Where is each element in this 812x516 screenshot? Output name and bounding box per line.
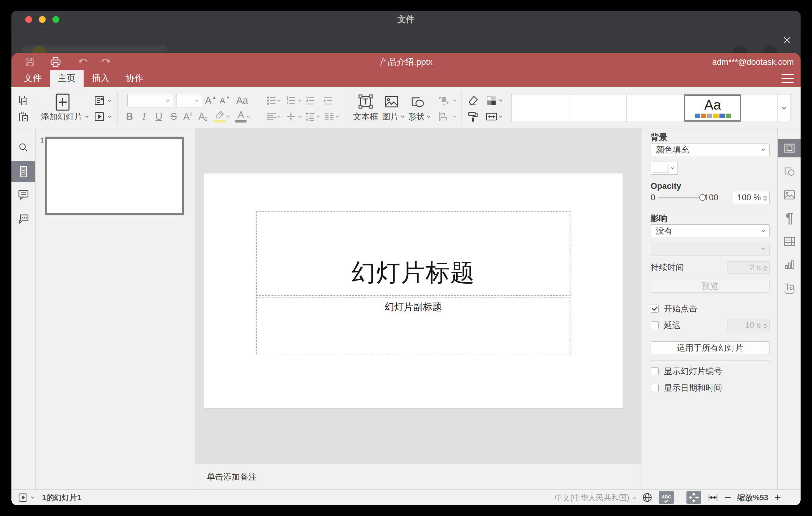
arrange-objects-menu[interactable] (454, 100, 456, 101)
slider-thumb-icon[interactable] (699, 194, 706, 201)
minimize-traffic-light[interactable] (39, 16, 46, 23)
clear-style-button[interactable] (467, 95, 479, 107)
horizontal-align-menu[interactable] (277, 116, 280, 117)
highlight-color-button[interactable] (214, 110, 225, 120)
numbered-list-menu[interactable] (298, 100, 301, 101)
paragraph-settings-button[interactable]: ¶ (778, 209, 801, 227)
insert-shape-button[interactable] (410, 94, 425, 109)
start-slideshow-button[interactable] (93, 111, 111, 122)
bullet-list-button[interactable] (266, 95, 277, 106)
insert-textbox-button[interactable] (357, 93, 374, 110)
redo-button[interactable] (98, 55, 113, 69)
sidebar-slides-button[interactable] (11, 161, 35, 182)
delay-checkbox[interactable] (651, 321, 659, 329)
columns-menu[interactable] (336, 116, 339, 117)
sidebar-search-button[interactable] (11, 138, 35, 157)
highlight-color-menu[interactable] (227, 116, 229, 117)
vertical-align-button[interactable] (285, 111, 296, 122)
slide-canvas[interactable]: 幻灯片标题 幻灯片副标题 (195, 128, 641, 464)
arrange-objects-button[interactable] (438, 95, 449, 106)
numbered-list-button[interactable]: 123 (285, 95, 296, 106)
paste-button[interactable] (18, 111, 29, 122)
sidebar-comments-button[interactable] (11, 185, 35, 204)
align-objects-menu[interactable] (454, 116, 456, 117)
print-button[interactable] (48, 55, 63, 69)
image-label[interactable]: 图片 (382, 111, 404, 122)
add-slide-label[interactable]: 添加幻灯片 (41, 111, 88, 122)
font-size-select[interactable] (176, 94, 202, 107)
transition-effect-select[interactable]: 没有 (651, 224, 770, 237)
show-slide-number-checkbox[interactable] (651, 367, 659, 375)
textart-settings-button[interactable]: Ta (778, 278, 801, 297)
font-color-menu[interactable] (247, 116, 250, 117)
chevron-down-icon[interactable] (31, 495, 34, 498)
textbox-label[interactable]: 文本框 (353, 111, 378, 122)
vertical-align-menu[interactable] (298, 116, 301, 117)
apply-to-all-button[interactable]: 适用于所有幻灯片 (651, 341, 770, 354)
bold-button[interactable]: B (126, 111, 133, 122)
start-on-click-checkbox[interactable] (651, 305, 659, 313)
opacity-value-spinner[interactable]: 100 % (732, 191, 770, 204)
zoom-in-button[interactable]: + (774, 492, 781, 503)
copy-button[interactable] (18, 95, 29, 106)
language-selector[interactable]: 中文(中华人民共和国) (555, 492, 636, 503)
decrease-indent-button[interactable] (304, 95, 316, 106)
slide-size-menu[interactable] (499, 116, 502, 117)
slide-thumbnail[interactable] (45, 137, 184, 215)
start-slideshow-status-button[interactable] (19, 493, 27, 502)
spinner-arrows[interactable] (764, 195, 766, 200)
bullet-list-menu[interactable] (277, 100, 280, 101)
tab-file[interactable]: 文件 (16, 70, 50, 87)
sidebar-chat-button[interactable] (11, 209, 35, 228)
background-fill-select[interactable]: 颜色填充 (651, 143, 770, 156)
shape-settings-button[interactable] (778, 162, 801, 180)
spellcheck-button[interactable]: ABC (659, 491, 674, 504)
zoom-out-button[interactable]: − (725, 492, 731, 503)
horizontal-align-button[interactable] (266, 111, 277, 122)
change-case-button[interactable]: Aa (236, 95, 248, 106)
color-scheme-menu[interactable] (499, 100, 502, 101)
slide-editing-area[interactable]: 幻灯片标题 幻灯片副标题 (204, 173, 622, 408)
image-settings-button[interactable] (778, 185, 801, 204)
chart-settings-button[interactable] (778, 256, 801, 274)
theme-option[interactable] (627, 94, 684, 122)
align-objects-button[interactable] (438, 111, 449, 122)
slide-settings-button[interactable] (778, 139, 801, 157)
subtitle-placeholder[interactable]: 幻灯片副标题 (256, 297, 571, 354)
save-button[interactable] (23, 55, 37, 69)
theme-gallery-expand-button[interactable] (778, 94, 790, 122)
opacity-slider[interactable] (658, 197, 702, 198)
decrease-font-button[interactable]: A▼ (220, 96, 230, 106)
theme-option-selected[interactable]: Aa (684, 94, 741, 122)
fit-to-width-button[interactable] (707, 492, 719, 503)
close-editor-button[interactable] (781, 34, 793, 46)
close-traffic-light[interactable] (25, 16, 32, 23)
menu-button[interactable] (781, 74, 794, 83)
table-settings-button[interactable] (778, 232, 801, 251)
fit-to-slide-button[interactable] (687, 491, 701, 504)
font-color-button[interactable]: A (238, 110, 244, 121)
strikethrough-button[interactable]: S (171, 111, 177, 122)
font-name-select[interactable] (127, 94, 173, 107)
insert-image-button[interactable] (384, 94, 399, 109)
theme-option[interactable] (741, 94, 778, 122)
underline-button[interactable]: U (155, 111, 162, 122)
notes-area[interactable]: 单击添加备注 (195, 464, 641, 489)
shape-label[interactable]: 形状 (408, 111, 430, 122)
set-language-button[interactable] (642, 492, 653, 503)
subscript-button[interactable]: A2 (198, 111, 208, 122)
add-slide-button[interactable] (55, 93, 71, 112)
undo-button[interactable] (76, 55, 91, 69)
increase-indent-button[interactable] (322, 95, 334, 106)
tab-collaboration[interactable]: 协作 (118, 70, 151, 87)
slide-layout-button[interactable] (93, 95, 111, 107)
columns-button[interactable] (324, 111, 335, 122)
title-placeholder[interactable]: 幻灯片标题 (256, 211, 571, 296)
maximize-traffic-light[interactable] (53, 16, 59, 23)
show-date-time-checkbox[interactable] (651, 384, 659, 392)
color-scheme-button[interactable] (486, 95, 497, 107)
slide-size-button[interactable] (485, 111, 498, 122)
copy-style-button[interactable] (467, 111, 479, 122)
increase-font-button[interactable]: A▲ (205, 95, 216, 106)
line-spacing-menu[interactable] (317, 116, 319, 117)
